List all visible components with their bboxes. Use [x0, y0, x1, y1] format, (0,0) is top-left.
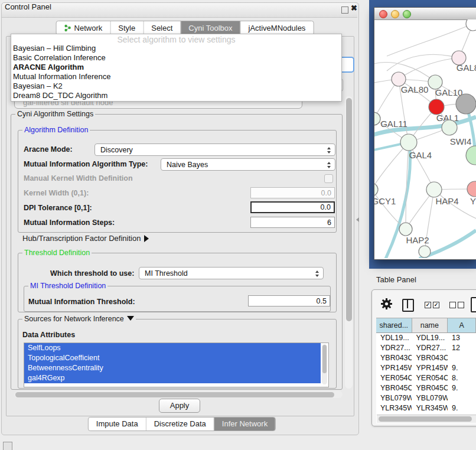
network-node-hap4[interactable] [426, 182, 442, 197]
screenshot-root: Control Panel ✖ NetworkStyleSelectCyni T… [0, 0, 476, 450]
table-cell: YBR043C [412, 353, 447, 363]
table-row[interactable]: YLR345WYLR345W9. [376, 403, 476, 413]
attribute-item-selfloops[interactable]: SelfLoops [24, 343, 321, 353]
column-header-shared[interactable]: shared... [376, 318, 412, 333]
tab-impute-data[interactable]: Impute Data [89, 418, 146, 431]
checked-box-icon[interactable]: ✓ [425, 302, 431, 308]
network-node[interactable] [419, 246, 431, 257]
mi-steps-field[interactable]: 6 [250, 217, 335, 228]
combo-stepper-icon [327, 162, 331, 168]
checked-box-icon[interactable]: ✓ [433, 302, 439, 308]
table-row[interactable]: YBL079WYBL079W [376, 393, 476, 403]
network-edge [387, 54, 459, 71]
which-threshold-combo[interactable]: MI Threshold [139, 267, 324, 279]
table-row[interactable]: YDR27...YDR27...12 [376, 343, 476, 353]
restore-panel-icon[interactable] [3, 442, 12, 450]
which-threshold-label: Which threshold to use: [50, 269, 134, 278]
dpi-tolerance-label: DPI Tolerance [0,1]: [24, 203, 92, 213]
close-icon[interactable]: ✖ [351, 4, 357, 12]
table-row[interactable]: YER054CYER054C8. [376, 373, 476, 383]
attribute-item-gal4rgexp[interactable]: gal4RGexp [24, 373, 321, 383]
algorithm-option-list: Bayesian – Hill ClimbingBasic Correlatio… [11, 44, 341, 100]
mac-zoom-icon[interactable] [403, 10, 411, 18]
unchecked-box-icon[interactable] [449, 302, 456, 308]
algorithm-option-bayesian-k2[interactable]: Bayesian – K2 [11, 81, 341, 91]
table-cell: YDR27... [376, 343, 412, 353]
tab-infer-network[interactable]: Infer Network [214, 418, 275, 431]
tab-style[interactable]: Style [110, 21, 143, 35]
attribute-item-topologicalcoefficient[interactable]: TopologicalCoefficient [24, 353, 321, 363]
tab-discretize-data[interactable]: Discretize Data [146, 418, 214, 431]
manual-kernel-checkbox[interactable] [324, 174, 333, 183]
combo-stepper-icon [327, 147, 331, 154]
network-window-titlebar[interactable] [374, 8, 476, 20]
kernel-width-field[interactable]: 0.0 [250, 187, 335, 198]
node-label-gal11: GAL11 [380, 119, 407, 129]
algorithm-dropdown-popup: Select algorithm to view settings Bayesi… [11, 34, 342, 102]
apply-button[interactable]: Apply [159, 399, 200, 413]
network-node[interactable] [466, 19, 476, 31]
split-pane-collapse-icon[interactable] [356, 217, 359, 222]
table-body: YDL19...YDL19...13YDR27...YDR27...12YBR0… [376, 333, 476, 423]
columns-icon[interactable] [402, 299, 414, 312]
tab-select[interactable]: Select [143, 21, 180, 35]
float-window-icon[interactable] [341, 6, 348, 14]
table-horizontal-scrollbar[interactable] [377, 415, 476, 423]
settings-vertical-scrollbar[interactable] [345, 96, 353, 389]
node-label-hap2: HAP2 [406, 235, 429, 245]
aracne-mode-combo[interactable]: Discovery [94, 144, 335, 156]
hub-section-toggle[interactable]: Hub/Transcription Factor Definition [22, 234, 149, 243]
column-header-a[interactable]: A [448, 318, 476, 333]
table-cell: YBR045C [412, 383, 447, 393]
algorithm-option-mutual-information-inference[interactable]: Mutual Information Inference [11, 72, 341, 81]
gear-icon[interactable] [381, 298, 392, 309]
mac-minimize-icon[interactable] [391, 10, 399, 18]
sources-title-label: Sources for Network Inference [24, 315, 124, 323]
table-cell: YPR145W [376, 363, 412, 373]
network-node-swi4[interactable] [442, 120, 457, 135]
network-node-gal11[interactable] [374, 112, 380, 125]
table-header-row: shared...nameA [376, 318, 476, 333]
combo-stepper-icon [315, 270, 319, 277]
network-node[interactable] [466, 146, 476, 165]
algorithm-option-bayesian-hill-climbing[interactable]: Bayesian – Hill Climbing [11, 44, 341, 53]
algorithm-option-dream8-dc-tdc-algorithm[interactable]: Dream8 DC_TDC Algorithm [11, 91, 341, 100]
network-icon [64, 24, 72, 32]
table-row[interactable]: YDL19...YDL19...13 [376, 333, 476, 343]
table-row[interactable]: YPR145WYPR145W9. [376, 363, 476, 373]
panel-title: Control Panel [5, 2, 51, 11]
mi-type-combo[interactable]: Naive Bayes [161, 158, 335, 171]
table-cell: YPR145W [412, 363, 447, 373]
mi-threshold-field[interactable]: 0.5 [248, 295, 330, 306]
attributes-scrollbar[interactable] [322, 344, 327, 384]
table-row[interactable]: YBR043CYBR043C [376, 353, 476, 363]
network-node-hap2[interactable] [399, 223, 412, 236]
network-node[interactable] [456, 94, 476, 114]
tab-network[interactable]: Network [57, 21, 110, 35]
network-node-gal4[interactable] [400, 134, 417, 151]
file-icon[interactable] [471, 297, 476, 312]
table-row[interactable]: YBR045CYBR045C9. [376, 383, 476, 393]
node-table: shared...nameA YDL19...YDL19...13YDR27..… [376, 318, 476, 423]
table-cell: YBL079W [376, 393, 412, 403]
tab-label: Network [74, 21, 103, 35]
dpi-tolerance-field[interactable]: 0.0 [250, 201, 335, 213]
sources-title[interactable]: Sources for Network Inference [22, 315, 136, 323]
mi-steps-value: 6 [327, 219, 331, 227]
algorithm-option-basic-correlation-inference[interactable]: Basic Correlation Inference [11, 53, 341, 63]
column-header-name[interactable]: name [412, 318, 448, 333]
unchecked-box-icon[interactable] [458, 302, 464, 308]
tab-cyni-toolbox[interactable]: Cyni Toolbox [180, 21, 240, 35]
table-cell: YDL19... [376, 333, 412, 343]
network-node-y[interactable] [467, 181, 476, 197]
tab-jactivemnodules[interactable]: jActiveMNodules [240, 21, 314, 35]
kernel-width-value: 0.0 [321, 189, 331, 197]
network-node-gcy1[interactable] [374, 183, 378, 196]
algorithm-option-aracne-algorithm[interactable]: ARACNE Algorithm [11, 63, 341, 72]
table-cell: YER054C [412, 373, 447, 383]
settings-horizontal-scrollbar[interactable] [14, 391, 343, 398]
network-canvas[interactable]: GAL8GAL80GAL10GAL1SWI4GAL11GAL4GCY1HAP4Y… [374, 19, 476, 258]
mac-close-icon[interactable] [379, 10, 387, 18]
tab-label: Style [118, 21, 135, 35]
attribute-item-betweennesscentrality[interactable]: BetweennessCentrality [24, 363, 321, 373]
